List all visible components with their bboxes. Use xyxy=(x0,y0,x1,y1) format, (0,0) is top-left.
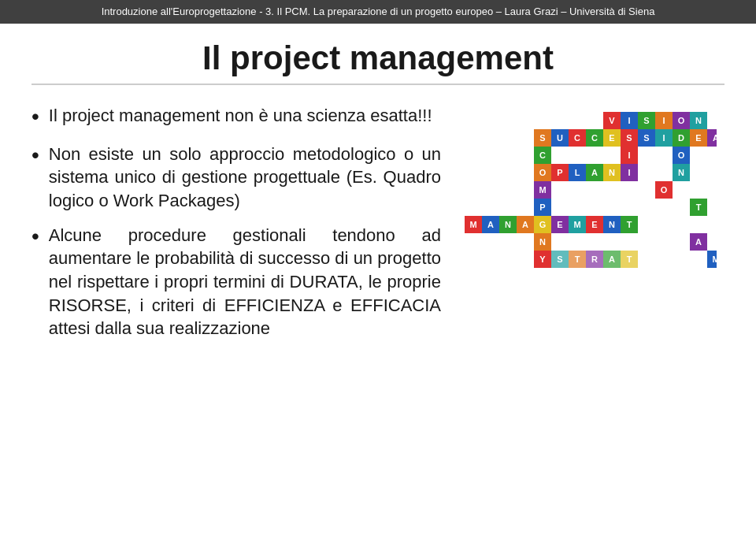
svg-text:R: R xyxy=(591,254,598,264)
svg-text:N: N xyxy=(695,116,702,125)
svg-text:T: T xyxy=(696,202,702,212)
svg-text:M: M xyxy=(712,254,717,264)
svg-text:C: C xyxy=(591,133,598,143)
svg-text:C: C xyxy=(574,133,580,143)
svg-text:O: O xyxy=(661,185,668,195)
svg-text:I: I xyxy=(628,116,630,125)
svg-text:T: T xyxy=(627,220,632,229)
svg-text:Y: Y xyxy=(539,254,546,264)
text-column: • Il project management non è una scienz… xyxy=(32,104,441,528)
svg-text:C: C xyxy=(539,150,546,160)
slide-title: Il project management xyxy=(32,39,724,85)
svg-text:O: O xyxy=(678,150,685,160)
svg-text:O: O xyxy=(539,168,547,177)
svg-text:T: T xyxy=(575,254,580,264)
header-text: Introduzione all'Europrogettazione - 3. … xyxy=(102,6,655,17)
svg-text:E: E xyxy=(591,220,597,229)
svg-text:L: L xyxy=(575,168,580,177)
bullet-text-3: Alcune procedure gestionali tendono ad a… xyxy=(49,224,441,340)
svg-text:N: N xyxy=(678,168,684,177)
bullet-item-1: • Il project management non è una scienz… xyxy=(32,104,441,131)
svg-text:V: V xyxy=(609,116,615,125)
svg-text:A: A xyxy=(487,220,494,229)
svg-text:N: N xyxy=(609,168,615,177)
bullet-dot-3: • xyxy=(32,222,39,251)
svg-text:I: I xyxy=(628,150,630,160)
svg-text:S: S xyxy=(643,116,649,125)
svg-text:E: E xyxy=(609,133,614,143)
svg-text:M: M xyxy=(539,185,546,195)
slide-container: Il project management • Il project manag… xyxy=(0,24,756,544)
svg-text:N: N xyxy=(539,237,546,247)
svg-text:A: A xyxy=(695,237,702,247)
svg-text:M: M xyxy=(573,220,580,229)
crossword-image: V I S I O N S xyxy=(465,112,717,356)
bullet-text-2: Non esiste un solo approccio metodologic… xyxy=(49,143,441,213)
svg-text:T: T xyxy=(627,254,632,264)
header-bar: Introduzione all'Europrogettazione - 3. … xyxy=(0,0,756,24)
svg-text:M: M xyxy=(469,220,476,229)
bullet-text-1: Il project management non è una scienza … xyxy=(49,104,432,128)
svg-text:S: S xyxy=(643,133,649,143)
slide-content: • Il project management non è una scienz… xyxy=(32,104,724,528)
svg-text:S: S xyxy=(626,133,632,143)
svg-text:P: P xyxy=(539,202,545,212)
svg-text:A: A xyxy=(522,220,528,229)
svg-text:G: G xyxy=(539,220,547,229)
svg-text:S: S xyxy=(557,254,562,264)
svg-text:A: A xyxy=(591,168,598,177)
svg-text:D: D xyxy=(678,133,684,143)
svg-text:S: S xyxy=(539,133,545,143)
bullet-item-2: • Non esiste un solo approccio metodolog… xyxy=(32,143,441,213)
svg-text:I: I xyxy=(662,133,665,143)
svg-text:O: O xyxy=(678,116,685,125)
svg-text:P: P xyxy=(557,168,562,177)
svg-text:I: I xyxy=(662,116,665,125)
image-column: V I S I O N S xyxy=(457,104,724,528)
svg-text:A: A xyxy=(713,133,717,143)
svg-text:A: A xyxy=(609,254,615,264)
bullet-dot-2: • xyxy=(32,141,39,169)
svg-text:U: U xyxy=(557,133,563,143)
bullet-dot-1: • xyxy=(32,102,39,131)
svg-text:N: N xyxy=(609,220,615,229)
bullet-item-3: • Alcune procedure gestionali tendono ad… xyxy=(32,224,441,340)
svg-text:N: N xyxy=(505,220,511,229)
svg-text:E: E xyxy=(557,220,562,229)
svg-text:E: E xyxy=(695,133,701,143)
svg-text:I: I xyxy=(628,168,630,177)
